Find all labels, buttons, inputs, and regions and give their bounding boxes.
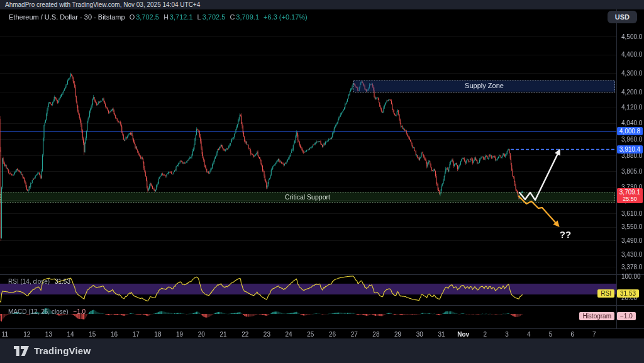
low-label: L [197,13,201,21]
time-tick: 23 [264,331,270,338]
time-tick: Nov [457,331,469,338]
symbol-status-line[interactable]: Ethereum / U.S. Dollar - 30 - BitstampO3… [9,13,308,21]
question-annotation[interactable]: ?? [554,229,577,240]
time-tick: 6 [570,331,574,338]
change-value: +6.3 (+0.17%) [264,13,308,21]
rsi-scale-top: 100.00 [621,273,641,280]
price-tick: 3,960.0 [621,136,642,143]
high-label: H [164,13,169,21]
time-tick: 22 [242,331,248,338]
time-tick: 24 [286,331,292,338]
attribution-bar: AhmadPro created with TradingView.com, N… [0,0,644,9]
price-tick: 3,610.0 [621,210,642,217]
tradingview-logo-text: TradingView [34,345,91,356]
supply-zone-label[interactable]: Supply Zone [353,82,615,89]
macd-indicator-title[interactable]: MACD (12, 26, close) −1.0 [8,308,86,315]
rsi-indicator-title[interactable]: RSI (14, close) 31.53 [8,278,70,285]
time-tick: 11 [2,331,8,338]
histogram-series-badge: Histogram [579,312,614,320]
last-price-value: 3,709.1 [619,189,640,196]
price-tick: 4,300.0 [621,70,642,77]
tradingview-logo-icon [14,346,29,356]
time-tick: 19 [176,331,183,338]
high-value: 3,712.1 [170,13,193,21]
rsi-series-badge: RSI [597,289,614,298]
time-tick: 17 [133,331,140,338]
close-label: C [230,13,235,21]
macd-name: MACD (12, 26, close) [8,308,69,315]
currency-toggle-button[interactable]: USD [608,11,637,23]
time-tick: 12 [23,331,30,338]
tradingview-logo[interactable]: TradingView [14,345,91,356]
price-level-badge-4000: 4,000.8 [617,127,643,135]
macd-value: −1.0 [73,308,86,315]
rsi-name: RSI (14, close) [8,278,50,285]
price-tick: 4,200.0 [621,89,642,96]
symbol-title[interactable]: Ethereum / U.S. Dollar - 30 - Bitstamp [9,13,125,21]
time-tick: 13 [45,331,52,338]
time-tick: 29 [394,331,401,338]
time-tick: 4 [527,331,531,338]
low-value: 3,702.5 [203,13,226,21]
price-tick: 3,490.0 [621,237,642,244]
time-tick: 27 [351,331,358,338]
time-tick: 2 [484,331,487,338]
open-value: 3,702.5 [136,13,159,21]
time-tick: 28 [372,331,379,338]
rsi-value: 31.53 [55,278,70,285]
bar-countdown: 25:50 [617,196,643,203]
time-tick: 18 [154,331,161,338]
last-price-badge: 3,709.1 25:50 [617,188,643,203]
open-label: O [130,13,135,21]
time-tick: 15 [89,331,96,338]
time-tick: 20 [198,331,205,338]
tradingview-chart-snapshot: AhmadPro created with TradingView.com, N… [0,0,644,363]
price-tick: 3,550.0 [621,223,642,230]
time-tick: 30 [416,331,423,338]
attribution-text: AhmadPro created with TradingView.com, N… [5,1,200,8]
close-value: 3,709.1 [236,13,259,21]
price-chart-canvas[interactable] [0,0,644,363]
time-tick: 26 [329,331,336,338]
price-tick: 4,500.0 [621,33,642,40]
price-tick: 3,378.0 [621,264,642,271]
histogram-value-badge: −1.0 [617,312,636,320]
time-tick: 31 [438,331,445,338]
time-tick: 5 [549,331,553,338]
time-tick: 16 [111,331,118,338]
rsi-value-badge: 31.53 [617,289,639,298]
price-level-badge-3910: 3,910.4 [617,145,643,154]
footer-bar: TradingView [0,338,644,363]
price-tick: 3,805.0 [621,168,642,175]
price-tick: 3,430.0 [621,251,642,258]
time-tick: 14 [67,331,74,338]
price-tick: 4,120.0 [621,104,642,111]
time-tick: 25 [307,331,314,338]
price-tick: 4,040.0 [621,120,642,126]
time-tick: 7 [592,331,596,338]
critical-support-label[interactable]: Critical Support [0,193,615,201]
time-tick: 21 [219,331,226,338]
price-tick: 4,400.0 [621,51,642,58]
time-tick: 3 [505,331,509,338]
